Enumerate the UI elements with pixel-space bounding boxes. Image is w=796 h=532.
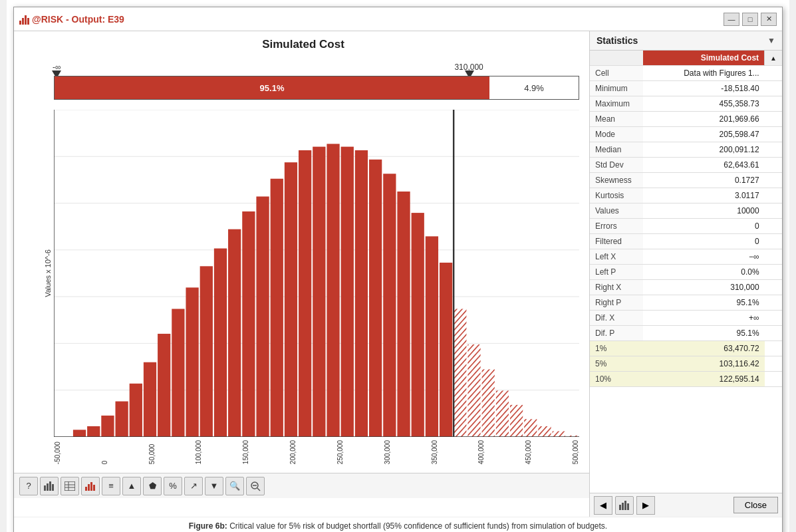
bar-chart-button[interactable] (40, 477, 59, 495)
pct1-label: 1% (590, 341, 643, 356)
cell-row: Cell Data with Figures 1... (590, 66, 782, 81)
svg-rect-28 (242, 211, 255, 437)
svg-rect-20 (130, 384, 142, 437)
svg-rect-27 (228, 229, 241, 437)
svg-rect-19 (115, 402, 128, 437)
statistics-table: Simulated Cost ▲ Cell Data with Figures … (590, 51, 782, 387)
leftx-label: Left X (590, 249, 643, 265)
values-label: Values (590, 203, 643, 219)
histogram-chart: Values x 10^-6 (54, 110, 579, 437)
svg-rect-75 (627, 503, 629, 510)
svg-rect-45 (482, 369, 495, 437)
minimize-button[interactable]: — (724, 13, 739, 26)
statistics-header: Statistics ▼ (590, 31, 782, 51)
stats-button[interactable]: ≡ (102, 477, 120, 495)
percent-button[interactable]: % (164, 477, 182, 495)
app-title: @RISK - Output: E39 (32, 14, 124, 25)
cell-label: Cell (590, 66, 643, 81)
svg-rect-21 (144, 362, 156, 437)
statistics-dropdown[interactable]: ▼ (767, 36, 775, 45)
filtered-value: 0 (643, 234, 765, 249)
difx-label: Dif. X (590, 311, 643, 326)
svg-rect-60 (52, 484, 54, 491)
stats-prev-button[interactable]: ◀ (594, 496, 612, 515)
svg-rect-18 (101, 416, 114, 437)
stddev-label: Std Dev (590, 158, 643, 173)
caption-text: Critical value for 5% risk of budget sho… (229, 521, 607, 531)
stat-row-difp: Dif. P 95.1% (590, 326, 782, 341)
pct10-value: 122,595.14 (643, 372, 765, 387)
maximum-value: 455,358.73 (643, 96, 765, 112)
svg-rect-50 (553, 431, 565, 437)
svg-rect-41 (426, 236, 438, 437)
window-controls[interactable]: — □ ✕ (724, 13, 777, 26)
stat-row-kurtosis: Kurtosis 3.0117 (590, 188, 782, 203)
mean-label: Mean (590, 112, 643, 127)
x-label-7: 250,000 (336, 440, 344, 464)
mode-label: Mode (590, 127, 643, 142)
zoom-in-button[interactable]: 🔍 (225, 477, 244, 495)
stats-chart-button[interactable] (615, 496, 634, 515)
leftx-value: −∞ (643, 249, 765, 265)
histogram-svg: 0 1 2 3 4 5 6 7 (54, 110, 579, 437)
svg-rect-65 (85, 487, 87, 491)
maximum-label: Maximum (590, 96, 643, 112)
close-button[interactable]: Close (733, 497, 778, 513)
svg-rect-36 (355, 150, 368, 437)
errors-value: 0 (643, 219, 765, 234)
rightx-value: 310,000 (643, 280, 765, 295)
histogram-button[interactable] (81, 477, 100, 495)
minimum-value: -18,518.40 (643, 81, 765, 96)
close-window-button[interactable]: ✕ (761, 13, 777, 26)
svg-rect-32 (299, 150, 311, 437)
svg-rect-61 (65, 481, 75, 491)
maximize-button[interactable]: □ (742, 13, 758, 26)
statistics-title: Statistics (597, 35, 638, 46)
tornado-button[interactable]: ▲ (122, 477, 141, 495)
stat-row-difx: Dif. X +∞ (590, 311, 782, 326)
svg-rect-58 (47, 483, 49, 491)
x-label-9: 350,000 (431, 440, 438, 464)
stat-row-5pct: 5% 103,116.42 (590, 356, 782, 372)
leftp-value: 0.0% (643, 265, 765, 280)
x-label-6: 200,000 (289, 440, 297, 464)
svg-rect-72 (619, 505, 621, 510)
svg-rect-42 (440, 263, 452, 437)
svg-rect-38 (383, 174, 396, 437)
median-value: 200,091.12 (643, 142, 765, 158)
svg-rect-34 (327, 144, 339, 437)
leftp-label: Left P (590, 265, 643, 280)
mean-value: 201,969.66 (643, 112, 765, 127)
scatter-button[interactable]: ⬟ (143, 477, 162, 495)
logo-icon (19, 14, 29, 25)
stats-next-button[interactable]: ▶ (636, 496, 655, 515)
minimum-label: Minimum (590, 81, 643, 96)
filter-button[interactable]: ▼ (205, 477, 223, 495)
svg-rect-30 (271, 179, 283, 437)
stat-row-skewness: Skewness 0.1727 (590, 173, 782, 188)
x-label-10: 400,000 (477, 440, 485, 464)
x-label-5: 150,000 (242, 440, 249, 464)
zoom-out-button[interactable] (246, 477, 265, 495)
svg-rect-24 (186, 287, 198, 437)
stat-row-mode: Mode 205,598.47 (590, 127, 782, 142)
stat-row-median: Median 200,091.12 (590, 142, 782, 158)
kurtosis-label: Kurtosis (590, 188, 643, 203)
rightp-label: Right P (590, 295, 643, 311)
stat-row-stddev: Std Dev 62,643.61 (590, 158, 782, 173)
chart-toolbar: ? ≡ ▲ ⬟ % ↗ (14, 473, 589, 498)
mode-value: 205,598.47 (643, 127, 765, 142)
values-value: 10000 (643, 203, 765, 219)
trend-button[interactable]: ↗ (184, 477, 203, 495)
col-header-simcost: Simulated Cost (643, 51, 765, 66)
scroll-up-arrow[interactable]: ▲ (770, 55, 777, 62)
svg-rect-25 (200, 266, 213, 437)
title-bar-left: @RISK - Output: E39 (19, 14, 124, 25)
cell-value: Data with Figures 1... (643, 66, 765, 81)
band-left: 95.1% (55, 76, 489, 99)
help-button[interactable]: ? (19, 477, 38, 495)
stat-row-minimum: Minimum -18,518.40 (590, 81, 782, 96)
table-button[interactable] (61, 477, 79, 495)
svg-rect-37 (369, 160, 382, 437)
difp-label: Dif. P (590, 326, 643, 341)
